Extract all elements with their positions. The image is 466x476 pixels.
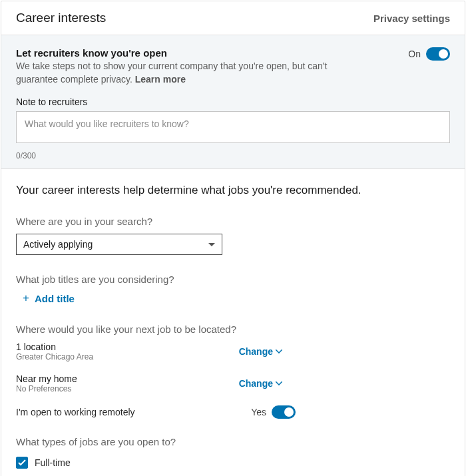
plus-icon: + <box>23 292 29 305</box>
location-item-sub: No Preferences <box>16 384 77 393</box>
note-input[interactable] <box>16 111 450 143</box>
remote-label: I'm open to working remotely <box>16 407 251 417</box>
job-titles-block: What job titles are you considering? + A… <box>16 274 450 305</box>
add-title-button[interactable]: + Add title <box>23 292 450 305</box>
open-toggle-row: Let recruiters know you're open We take … <box>16 47 450 86</box>
interests-section: Your career interests help determine wha… <box>1 169 465 476</box>
job-types-block: What types of jobs are you open to? Full… <box>16 436 450 476</box>
chevron-down-icon <box>276 381 282 385</box>
location-change-button[interactable]: Change <box>239 346 282 357</box>
chevron-down-icon <box>208 243 215 246</box>
change-label: Change <box>239 378 273 389</box>
career-interests-card: Career interests Privacy settings Let re… <box>1 1 465 476</box>
job-types-question: What types of jobs are you open to? <box>16 436 450 447</box>
change-label: Change <box>239 346 273 357</box>
search-stage-select[interactable]: Actively applying <box>16 234 222 255</box>
search-stage-question: Where are you in your search? <box>16 216 450 227</box>
location-item: Near my home No Preferences Change <box>16 373 282 393</box>
search-stage-value: Actively applying <box>23 239 93 250</box>
location-question: Where would you like your next job to be… <box>16 324 450 335</box>
job-type-option[interactable]: Full-time <box>16 457 450 469</box>
job-titles-question: What job titles are you considering? <box>16 274 450 285</box>
remote-row: I'm open to working remotely Yes <box>16 405 296 419</box>
job-type-label: Full-time <box>35 457 71 468</box>
location-change-button[interactable]: Change <box>239 378 282 389</box>
note-char-count: 0/300 <box>16 151 450 160</box>
location-item-text: Near my home No Preferences <box>16 373 77 393</box>
location-item-title: 1 location <box>16 342 93 352</box>
location-item-title: Near my home <box>16 373 77 384</box>
remote-toggle[interactable] <box>272 405 296 419</box>
section-headline: Your career interests help determine wha… <box>16 184 450 197</box>
search-stage-select-wrap: Actively applying <box>16 234 222 255</box>
privacy-settings-link[interactable]: Privacy settings <box>373 13 450 24</box>
add-title-label: Add title <box>35 293 75 304</box>
card-title: Career interests <box>16 11 106 25</box>
search-stage-block: Where are you in your search? Actively a… <box>16 216 450 255</box>
open-desc: We take steps not to show your current c… <box>16 60 362 86</box>
open-toggle[interactable] <box>426 47 450 61</box>
checkbox-checked-icon <box>16 457 28 469</box>
open-to-recruiters-section: Let recruiters know you're open We take … <box>1 35 465 169</box>
location-item-sub: Greater Chicago Area <box>16 352 93 361</box>
remote-toggle-label: Yes <box>251 407 266 417</box>
location-block: Where would you like your next job to be… <box>16 324 450 393</box>
card-header: Career interests Privacy settings <box>1 1 465 35</box>
open-toggle-label: On <box>408 49 421 59</box>
chevron-down-icon <box>276 350 282 354</box>
remote-toggle-wrap: Yes <box>251 405 296 419</box>
open-title: Let recruiters know you're open <box>16 47 362 59</box>
location-item-text: 1 location Greater Chicago Area <box>16 342 93 361</box>
location-item: 1 location Greater Chicago Area Change <box>16 342 282 361</box>
note-label: Note to recruiters <box>16 97 450 107</box>
open-toggle-wrap: On <box>408 47 450 61</box>
learn-more-link[interactable]: Learn more <box>135 74 186 85</box>
open-text-block: Let recruiters know you're open We take … <box>16 47 362 86</box>
